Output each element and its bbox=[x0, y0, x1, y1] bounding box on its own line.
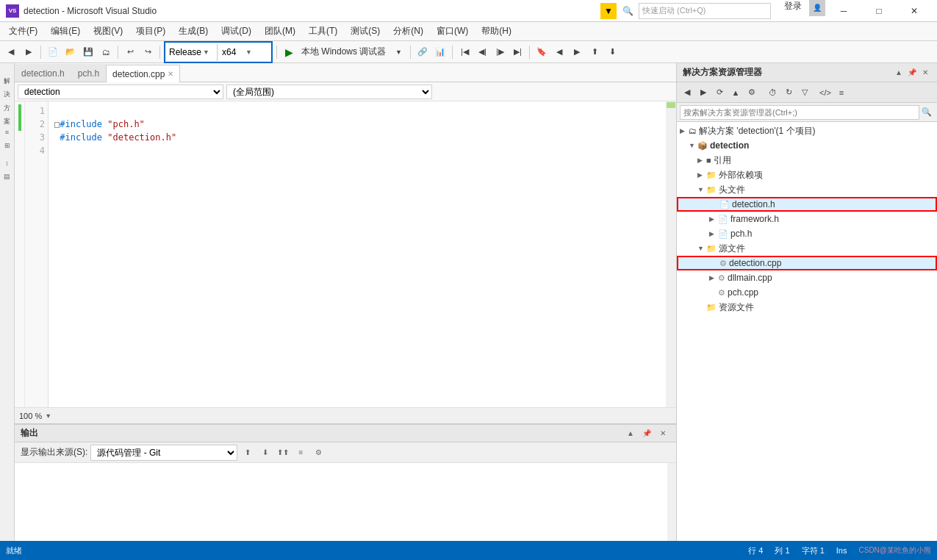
tab-detection-h[interactable]: detection.h bbox=[15, 64, 71, 82]
left-icon-6[interactable]: ⊞ bbox=[1, 140, 13, 151]
out-btn5[interactable]: ⚙ bbox=[311, 445, 326, 460]
menu-help[interactable]: 帮助(H) bbox=[475, 24, 517, 40]
t7[interactable]: ⬆ bbox=[586, 44, 603, 60]
tab-detection-cpp[interactable]: detection.cpp ✕ bbox=[106, 65, 180, 82]
tree-framework-h[interactable]: ▶ 📄 framework.h bbox=[677, 212, 937, 226]
sol-filter[interactable]: ▽ bbox=[797, 85, 812, 100]
code-area[interactable]: □#include "pch.h" #include "detection.h" bbox=[49, 101, 666, 407]
menu-window[interactable]: 窗口(W) bbox=[431, 24, 474, 40]
tree-sources[interactable]: ▼ 📁 源文件 bbox=[677, 241, 937, 256]
output-up-btn[interactable]: ▲ bbox=[623, 426, 638, 441]
tree-refs[interactable]: ▶ ■ 引用 bbox=[677, 153, 937, 168]
menu-view[interactable]: 视图(V) bbox=[87, 24, 129, 40]
menu-analyze[interactable]: 分析(N) bbox=[387, 24, 429, 40]
menu-test[interactable]: 测试(S) bbox=[345, 24, 386, 40]
output-pin-btn[interactable]: 📌 bbox=[639, 426, 654, 441]
t1[interactable]: |◀ bbox=[456, 44, 473, 60]
file-select[interactable]: detection bbox=[18, 85, 223, 99]
out-btn2[interactable]: ⬇ bbox=[258, 445, 273, 460]
output-scrollbar[interactable] bbox=[667, 463, 676, 541]
forward-btn[interactable]: ▶ bbox=[21, 44, 37, 60]
config-dropdown[interactable]: Release ▼ bbox=[166, 43, 218, 61]
save-btn[interactable]: 💾 bbox=[80, 44, 96, 60]
t2[interactable]: ◀| bbox=[474, 44, 490, 60]
sol-t1[interactable]: ⏱ bbox=[765, 85, 780, 100]
left-icon-2[interactable]: 决 bbox=[1, 79, 13, 91]
t4[interactable]: ▶| bbox=[509, 44, 525, 60]
menu-edit[interactable]: 编辑(E) bbox=[45, 24, 86, 40]
tree-headers[interactable]: ▼ 📁 头文件 bbox=[677, 182, 937, 197]
perf-btn[interactable]: 📊 bbox=[432, 44, 448, 60]
tree-project[interactable]: ▼ 📦 detection bbox=[677, 138, 937, 153]
tree-pch-h[interactable]: ▶ 📄 pch.h bbox=[677, 226, 937, 241]
minimize-btn[interactable]: ─ bbox=[827, 0, 861, 22]
scope-select[interactable]: (全局范围) bbox=[226, 85, 432, 99]
filter-icon[interactable]: ▼ bbox=[600, 3, 617, 19]
sol-view-code[interactable]: </> bbox=[818, 85, 833, 100]
tree-resources[interactable]: 📁 资源文件 bbox=[677, 300, 937, 315]
output-content[interactable] bbox=[15, 463, 667, 541]
panel-close-btn[interactable]: ✕ bbox=[919, 67, 931, 79]
out-btn3[interactable]: ⬆⬆ bbox=[276, 445, 290, 460]
sol-prop[interactable]: ≡ bbox=[834, 85, 849, 100]
sol-collapse[interactable]: ▲ bbox=[728, 85, 743, 100]
tab-pch-h[interactable]: pch.h bbox=[71, 64, 106, 82]
left-icon-8[interactable]: ▤ bbox=[1, 170, 13, 182]
left-icon-3[interactable]: 方 bbox=[1, 93, 13, 104]
debug-play-btn[interactable]: ▶ bbox=[281, 44, 297, 60]
back-btn[interactable]: ◀ bbox=[3, 44, 19, 60]
tree-ext-deps[interactable]: ▶ 📁 外部依赖项 bbox=[677, 168, 937, 182]
bookmark-btn[interactable]: 🔖 bbox=[534, 44, 550, 60]
redo-btn[interactable]: ↪ bbox=[140, 44, 156, 60]
save-all-btn[interactable]: 🗂 bbox=[98, 44, 114, 60]
sol-refresh[interactable]: ⟳ bbox=[712, 85, 727, 100]
out-btn4[interactable]: ≡ bbox=[293, 445, 308, 460]
new-btn[interactable]: 📄 bbox=[45, 44, 61, 60]
left-icon-4[interactable]: 案 bbox=[1, 106, 13, 118]
left-icon-1[interactable]: 解 bbox=[1, 66, 13, 78]
menu-project[interactable]: 项目(P) bbox=[130, 24, 171, 40]
account-icon[interactable]: 👤 bbox=[809, 0, 825, 16]
output-source-select[interactable]: 源代码管理 - Git bbox=[90, 445, 237, 461]
t3[interactable]: |▶ bbox=[492, 44, 508, 60]
panel-up-btn[interactable]: ▲ bbox=[893, 67, 905, 79]
sol-back[interactable]: ◀ bbox=[680, 85, 694, 100]
tree-detection-cpp[interactable]: ⚙ detection.cpp bbox=[677, 256, 937, 270]
tree-detection-h[interactable]: 📄 detection.h bbox=[677, 197, 937, 212]
sol-sync[interactable]: ↻ bbox=[781, 85, 796, 100]
zoom-dropdown[interactable]: ▼ bbox=[45, 412, 51, 420]
menu-team[interactable]: 团队(M) bbox=[259, 24, 301, 40]
quick-launch[interactable]: 快速启动 (Ctrl+Q) bbox=[639, 3, 771, 19]
maximize-btn[interactable]: □ bbox=[862, 0, 896, 22]
attach-btn[interactable]: 🔗 bbox=[414, 44, 431, 60]
left-icon-7[interactable]: ↕ bbox=[1, 157, 13, 169]
left-icon-5[interactable]: ≡ bbox=[1, 126, 13, 138]
t6[interactable]: ▶ bbox=[569, 44, 585, 60]
search-go-btn[interactable]: 🔍 bbox=[919, 105, 934, 120]
out-btn1[interactable]: ⬆ bbox=[240, 445, 255, 460]
undo-btn[interactable]: ↩ bbox=[122, 44, 138, 60]
tree-solution-root[interactable]: ▶ 🗂 解决方案 'detection'(1 个项目) bbox=[677, 123, 937, 138]
debug-label[interactable]: 本地 Windows 调试器 bbox=[298, 46, 389, 58]
t5[interactable]: ◀ bbox=[551, 44, 567, 60]
solution-search-input[interactable] bbox=[680, 105, 919, 120]
sol-settings[interactable]: ⚙ bbox=[744, 85, 759, 100]
open-btn[interactable]: 📂 bbox=[62, 44, 79, 60]
tree-pch-cpp[interactable]: ⚙ pch.cpp bbox=[677, 285, 937, 300]
tab-close-icon[interactable]: ✕ bbox=[168, 70, 173, 78]
menu-debug[interactable]: 调试(D) bbox=[215, 24, 257, 40]
login-label[interactable]: 登录 bbox=[778, 0, 808, 22]
panel-pin-btn[interactable]: 📌 bbox=[906, 67, 918, 79]
arch-dropdown[interactable]: x64 ▼ bbox=[219, 43, 270, 61]
menu-tools[interactable]: 工具(T) bbox=[303, 24, 343, 40]
output-close-btn[interactable]: ✕ bbox=[656, 426, 670, 441]
menu-file[interactable]: 文件(F) bbox=[3, 24, 43, 40]
t8[interactable]: ⬇ bbox=[604, 44, 620, 60]
tree-dllmain-cpp[interactable]: ▶ ⚙ dllmain.cpp bbox=[677, 270, 937, 285]
debug-dropdown-btn[interactable]: ▼ bbox=[390, 44, 406, 60]
close-btn[interactable]: ✕ bbox=[897, 0, 931, 22]
sol-forward[interactable]: ▶ bbox=[696, 85, 711, 100]
editor-right-scrollbar[interactable] bbox=[666, 101, 676, 407]
menu-build[interactable]: 生成(B) bbox=[173, 24, 214, 40]
search-icon-top[interactable]: 🔍 bbox=[620, 3, 636, 19]
